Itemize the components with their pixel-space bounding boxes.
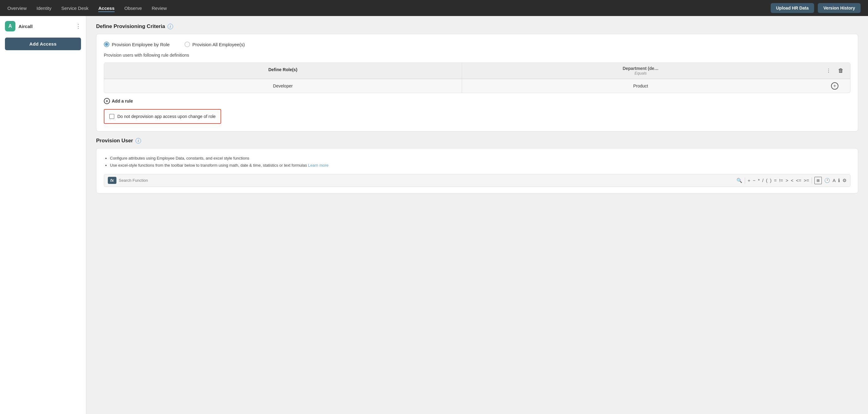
nav-overview[interactable]: Overview [7,4,27,12]
cell-actions: + [819,82,850,90]
main-layout: A Aircall ⋮ Add Access Define Provisioni… [0,16,868,414]
brand-icon: A [5,21,16,31]
nav-observe[interactable]: Observe [124,4,142,12]
col-dept-header: Department (de… Equals [462,63,819,78]
nav-review[interactable]: Review [152,4,167,12]
clock-icon[interactable]: 🕐 [824,178,830,183]
radio-all-indicator [185,41,190,47]
cell-dept: Product [462,79,819,93]
close-paren-operator[interactable]: ) [770,178,772,183]
radio-by-role-indicator [104,41,110,47]
add-rule-label: Add a rule [112,99,133,103]
open-paren-operator[interactable]: ( [766,178,768,183]
rule-table: Define Role(s) Department (de… Equals ⋮ … [104,63,850,93]
bullet-item-2: Use excel-style functions from the toolb… [110,162,850,169]
search-function-input[interactable] [119,178,734,183]
brand: A Aircall [5,21,33,31]
less-than-operator[interactable]: < [791,178,794,183]
deprovision-label: Do not deprovision app access upon chang… [117,114,216,119]
nav-access[interactable]: Access [98,4,115,12]
greater-equal-operator[interactable]: >= [804,178,809,183]
add-rule-link[interactable]: + Add a rule [104,98,850,104]
define-criteria-title: Define Provisioning Criteria i [96,23,858,30]
divide-operator[interactable]: / [762,178,764,183]
nav-identity[interactable]: Identity [37,4,52,12]
deprovision-checkbox-row: Do not deprovision app access upon chang… [104,109,221,124]
deprovision-checkbox[interactable] [110,114,114,119]
fx-badge: fx [108,177,117,184]
learn-more-link[interactable]: Learn more [308,163,328,167]
radio-provision-all[interactable]: Provision All Employee(s) [185,41,245,47]
add-rule-icon: + [104,98,110,104]
brand-name: Aircall [19,24,33,29]
settings-icon[interactable]: ⚙ [842,178,846,183]
grid-icon[interactable]: ⊞ [814,177,822,184]
define-criteria-help-icon[interactable]: i [167,24,173,29]
column-menu-icon[interactable]: ⋮ [826,68,831,74]
more-options-icon[interactable]: ⋮ [75,23,81,30]
top-navigation: Overview Identity Service Desk Access Ob… [0,0,868,16]
formula-toolbar: fx 🔍 + − * / ( ) = != > < <= >= ⊞ 🕐 A [104,174,850,187]
nav-service-desk[interactable]: Service Desk [61,4,88,12]
cell-role: Developer [104,79,462,93]
provision-user-card: Configure attributes using Employee Data… [96,148,858,193]
less-equal-operator[interactable]: <= [796,178,802,183]
col-dept-title: Department (de… [468,66,813,71]
col-role-header: Define Role(s) [104,63,462,78]
add-access-button[interactable]: Add Access [5,38,81,50]
col-dept-sub: Equals [468,71,813,75]
provision-user-title: Provision User i [96,138,858,144]
equals-operator[interactable]: = [774,178,777,183]
toolbar-divider-2 [812,178,812,184]
version-history-button[interactable]: Version History [818,3,861,13]
table-row: Developer Product + [104,79,850,93]
provision-user-bullets: Configure attributes using Employee Data… [104,155,850,169]
sidebar: A Aircall ⋮ Add Access [0,16,86,414]
radio-by-role-label: Provision Employee by Role [112,42,170,47]
rule-table-header: Define Role(s) Department (de… Equals ⋮ … [104,63,850,79]
bullet-item-1: Configure attributes using Employee Data… [110,155,850,162]
nav-actions: Upload HR Data Version History [771,3,861,13]
provision-user-help-icon[interactable]: i [135,138,141,144]
col-actions-header: ⋮ 🗑 [819,63,850,78]
plus-operator[interactable]: + [748,178,750,183]
main-content: Define Provisioning Criteria i Provision… [86,16,868,414]
delete-column-icon[interactable]: 🗑 [838,67,844,74]
not-equals-operator[interactable]: != [779,178,783,183]
radio-group: Provision Employee by Role Provision All… [104,41,850,47]
multiply-operator[interactable]: * [758,178,760,183]
nav-links: Overview Identity Service Desk Access Ob… [7,4,167,12]
radio-all-label: Provision All Employee(s) [192,42,245,47]
add-row-button[interactable]: + [831,82,838,90]
upload-hr-data-button[interactable]: Upload HR Data [771,3,814,13]
sidebar-header: A Aircall ⋮ [5,21,81,31]
provision-subtitle: Provision users with following rule defi… [104,53,850,58]
toolbar-divider-1 [745,178,745,184]
greater-than-operator[interactable]: > [785,178,788,183]
radio-provision-by-role[interactable]: Provision Employee by Role [104,41,170,47]
search-icon[interactable]: 🔍 [737,178,742,183]
text-icon[interactable]: A [833,178,836,183]
minus-operator[interactable]: − [753,178,755,183]
define-criteria-card: Provision Employee by Role Provision All… [96,34,858,131]
info-icon[interactable]: ℹ [838,178,840,183]
